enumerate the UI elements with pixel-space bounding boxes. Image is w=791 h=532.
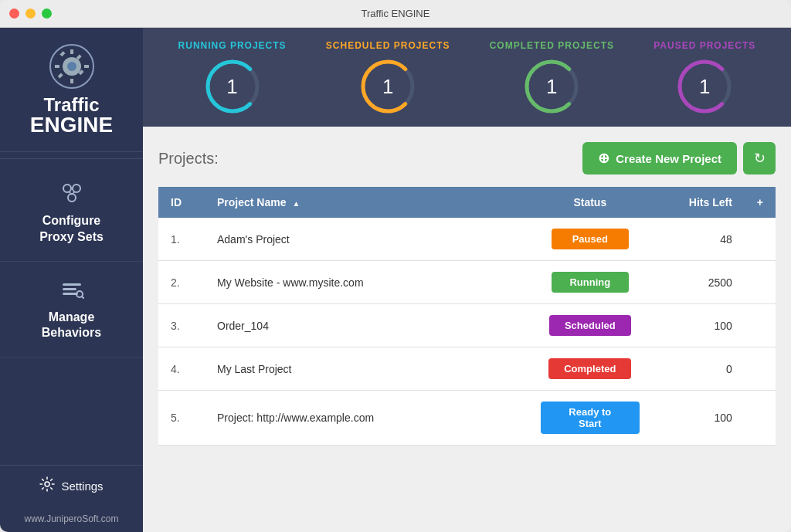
cell-hits: 100 xyxy=(652,391,745,446)
status-badge: Completed xyxy=(548,358,631,379)
svg-point-13 xyxy=(45,482,49,486)
stat-number-running: 1 xyxy=(226,75,237,99)
svg-point-4 xyxy=(68,194,76,202)
titlebar-buttons xyxy=(9,8,52,19)
cell-status: Running xyxy=(528,261,652,304)
refresh-button[interactable]: ↻ xyxy=(743,142,776,175)
status-badge: Paused xyxy=(552,229,629,249)
sidebar-item-configure-proxy-sets[interactable]: ConfigureProxy Sets xyxy=(0,165,143,262)
status-badge: Running xyxy=(552,272,629,293)
sidebar-item-manage-behaviors[interactable]: ManageBehaviors xyxy=(0,262,143,358)
stat-circle-scheduled: 1 xyxy=(360,59,416,114)
cell-name: Project: http://www.example.com xyxy=(205,391,528,446)
stats-bar: RUNNING PROJECTS 1 SCHEDULED PROJECTS 1 … xyxy=(143,28,791,127)
stat-circle-completed: 1 xyxy=(524,59,579,114)
cell-extra xyxy=(745,304,776,347)
projects-title: Projects: xyxy=(158,150,219,168)
svg-point-3 xyxy=(73,185,80,192)
sidebar-divider-1 xyxy=(0,158,143,159)
cell-extra xyxy=(745,391,776,446)
stat-item-completed: COMPLETED PROJECTS 1 xyxy=(490,40,614,114)
sidebar-settings[interactable]: Settings xyxy=(0,465,143,506)
column-header-extra: + xyxy=(745,187,776,218)
create-new-project-button[interactable]: ⊕ Create New Project xyxy=(582,142,737,175)
minimize-button[interactable] xyxy=(25,8,36,19)
table-row[interactable]: 2. My Website - www.mysite.com Running 2… xyxy=(158,261,776,304)
stat-label-completed: COMPLETED PROJECTS xyxy=(490,40,614,51)
cell-id: 1. xyxy=(158,218,205,261)
stat-item-scheduled: SCHEDULED PROJECTS 1 xyxy=(326,40,450,114)
cell-hits: 2500 xyxy=(652,261,745,304)
stat-number-scheduled: 1 xyxy=(382,75,393,99)
cell-hits: 0 xyxy=(652,347,745,391)
main-content: RUNNING PROJECTS 1 SCHEDULED PROJECTS 1 … xyxy=(143,28,791,532)
app-container: Traffic ENGINE ConfigureProxy Sets xyxy=(0,28,791,532)
sidebar-item-label-configure: ConfigureProxy Sets xyxy=(39,213,104,246)
svg-rect-8 xyxy=(63,283,81,286)
maximize-button[interactable] xyxy=(42,8,52,19)
cell-status: Scheduled xyxy=(528,304,652,347)
cell-id: 5. xyxy=(158,391,205,446)
cell-extra xyxy=(745,261,776,304)
refresh-icon: ↻ xyxy=(754,150,766,167)
cell-hits: 48 xyxy=(652,218,745,261)
proxy-sets-icon xyxy=(59,181,84,208)
sidebar-item-label-behaviors: ManageBehaviors xyxy=(42,310,101,342)
stat-label-running: RUNNING PROJECTS xyxy=(178,40,287,51)
titlebar: Traffic ENGINE xyxy=(0,0,791,28)
logo-area: Traffic ENGINE xyxy=(0,28,143,152)
cell-extra xyxy=(745,218,776,261)
manage-behaviors-icon xyxy=(59,277,84,305)
cell-hits: 100 xyxy=(652,304,745,347)
svg-line-12 xyxy=(82,296,83,298)
cell-name: Order_104 xyxy=(205,304,528,347)
column-header-status: Status xyxy=(528,187,652,218)
projects-actions: ⊕ Create New Project ↻ xyxy=(582,142,776,175)
cell-name: My Last Project xyxy=(205,347,528,391)
cell-name: Adam's Project xyxy=(205,218,528,261)
table-row[interactable]: 1. Adam's Project Paused 48 xyxy=(158,218,776,261)
stat-number-completed: 1 xyxy=(546,75,557,99)
status-badge: Ready to Start xyxy=(541,402,640,434)
cell-id: 4. xyxy=(158,347,205,391)
stat-circle-paused: 1 xyxy=(677,59,732,114)
plus-icon: ⊕ xyxy=(598,150,609,167)
cell-id: 3. xyxy=(158,304,205,347)
settings-gear-icon xyxy=(39,476,55,495)
table-row[interactable]: 5. Project: http://www.example.com Ready… xyxy=(158,391,776,446)
settings-label: Settings xyxy=(61,479,103,493)
svg-point-2 xyxy=(63,185,71,192)
logo-gear-icon xyxy=(49,43,95,90)
logo-text-traffic: Traffic xyxy=(8,96,135,114)
table-row[interactable]: 3. Order_104 Scheduled 100 xyxy=(158,304,776,347)
cell-extra xyxy=(745,347,776,391)
column-header-name: Project Name ▲ xyxy=(205,187,528,218)
svg-rect-10 xyxy=(63,293,78,295)
stat-circle-running: 1 xyxy=(205,59,260,114)
sidebar: Traffic ENGINE ConfigureProxy Sets xyxy=(0,28,143,532)
logo-text-engine: ENGINE xyxy=(8,114,135,136)
window-title: Traffic ENGINE xyxy=(362,8,430,19)
close-button[interactable] xyxy=(9,8,19,19)
table-row[interactable]: 4. My Last Project Completed 0 xyxy=(158,347,776,391)
projects-table: ID Project Name ▲ Status Hits Left + 1. … xyxy=(158,187,776,446)
column-header-hits: Hits Left xyxy=(652,187,745,218)
stat-label-paused: PAUSED PROJECTS xyxy=(654,40,755,51)
column-header-id: ID xyxy=(158,187,205,218)
cell-status: Paused xyxy=(528,218,652,261)
svg-point-1 xyxy=(67,62,76,71)
projects-area: Projects: ⊕ Create New Project ↻ ID xyxy=(143,127,791,532)
cell-name: My Website - www.mysite.com xyxy=(205,261,528,304)
cell-status: Completed xyxy=(528,347,652,391)
sort-arrow-icon: ▲ xyxy=(292,199,300,208)
status-badge: Scheduled xyxy=(549,315,631,336)
cell-status: Ready to Start xyxy=(528,391,652,446)
stat-label-scheduled: SCHEDULED PROJECTS xyxy=(326,40,450,51)
stat-item-paused: PAUSED PROJECTS 1 xyxy=(654,40,755,114)
table-header-row: ID Project Name ▲ Status Hits Left + xyxy=(158,187,776,218)
sidebar-footer: www.JuniperoSoft.com xyxy=(16,506,126,532)
stat-number-paused: 1 xyxy=(699,75,710,99)
svg-rect-9 xyxy=(63,288,76,290)
stat-item-running: RUNNING PROJECTS 1 xyxy=(178,40,287,114)
cell-id: 2. xyxy=(158,261,205,304)
